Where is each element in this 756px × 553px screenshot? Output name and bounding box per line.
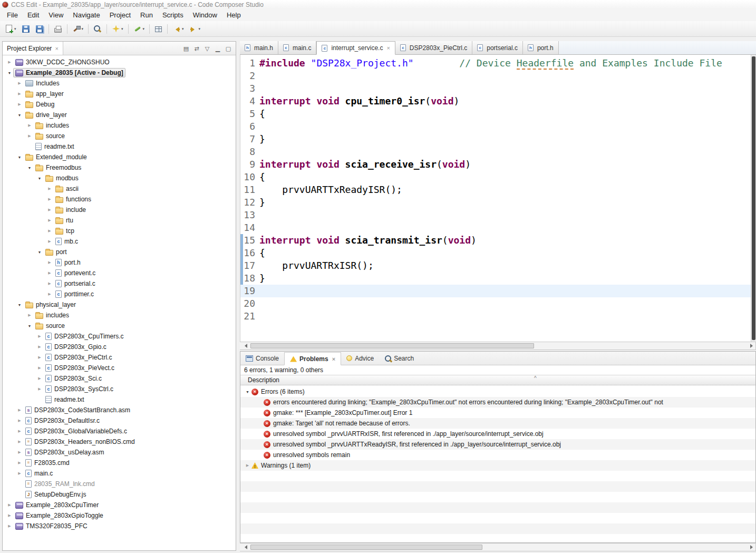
menu-edit[interactable]: Edit [23,9,44,21]
tree-item[interactable]: ▶30KW_DCDC_ZHONGSHUO [3,57,236,67]
tree-expander-icon[interactable]: ▶ [36,345,43,349]
tree-expander-icon[interactable]: ▶ [46,229,53,233]
dropdown-caret-icon[interactable]: ▾ [143,27,145,31]
tree-expander-icon[interactable]: ▶ [46,260,53,265]
tree-item[interactable]: ▶cportevent.c [3,268,236,278]
dropdown-caret-icon[interactable]: ▾ [121,27,123,31]
code-line[interactable]: 13 [240,209,756,221]
tree-item[interactable]: ▶app_layer [3,89,236,99]
scrollbar-thumb[interactable] [752,56,755,340]
maximize-button[interactable]: ▢ [223,43,234,54]
tree-item[interactable]: ▶ascii [3,183,236,194]
tree-item[interactable]: ▶cmain.c [3,468,236,479]
dropdown-caret-icon[interactable]: ▾ [14,27,16,31]
tree-expander-icon[interactable]: ▶ [16,81,23,85]
code-line[interactable]: 19 [240,285,756,297]
tree-item[interactable]: ▶rtu [3,215,236,226]
code-line[interactable]: 15interrupt void scia_transmit_isr(void) [240,234,756,247]
tree-item[interactable]: readme.txt [3,394,236,405]
project-explorer-tab[interactable]: Project Explorer × [3,42,63,55]
code-line[interactable]: 20 [240,297,756,310]
tree-item[interactable]: ▶cDSP2803x_Sci.c [3,373,236,384]
tree-item[interactable]: ▼drive_layer [3,110,236,120]
tree-expander-icon[interactable]: ▶ [46,292,53,296]
tree-expander-icon[interactable]: ▼ [36,177,43,180]
close-icon[interactable]: × [386,45,390,51]
link-with-editor-button[interactable]: ⇄ [191,43,202,54]
tree-item[interactable]: ▼modbus [3,173,236,183]
code-line[interactable]: 7} [240,133,756,145]
tree-item[interactable]: ≡28035_RAM_lnk.cmd [3,479,236,489]
code-line[interactable]: 1#include "DSP28x_Project.h" // Device H… [240,57,756,70]
menu-project[interactable]: Project [105,9,135,21]
tree-item[interactable]: ▼source [3,321,236,331]
code-line[interactable]: 3 [240,82,756,95]
tree-expander-icon[interactable]: ▶ [16,450,23,454]
dropdown-caret-icon[interactable]: ▾ [182,27,184,31]
tree-expander-icon[interactable]: ▶ [46,208,53,212]
print-button[interactable] [52,24,64,34]
tree-expander-icon[interactable]: ▶ [36,387,43,391]
code-line[interactable]: 16{ [240,247,756,259]
tree-item[interactable]: ▼Extended_module [3,152,236,162]
new-button[interactable]: ▾ [3,23,18,34]
forward-button[interactable]: ▾ [187,23,203,35]
menu-window[interactable]: Window [188,9,222,21]
tree-item[interactable]: ▶Example_2803xGpioToggle [3,510,236,521]
save-button[interactable] [20,23,32,35]
code-line[interactable]: 2 [240,70,756,82]
build-button[interactable]: ▾ [70,23,86,35]
tree-expander-icon[interactable]: ▶ [46,218,53,222]
tree-expander-icon[interactable]: ▶ [26,134,33,138]
tree-expander-icon[interactable]: ▶ [6,524,13,528]
problem-item[interactable]: ×unresolved symbols remain [240,450,755,460]
tree-item[interactable]: ▶cportserial.c [3,278,236,289]
tree-expander-icon[interactable]: ▶ [6,503,13,507]
tree-item[interactable]: ▼physical_layer [3,299,236,310]
tree-expander-icon[interactable]: ▶ [6,60,13,64]
scroll-left-arrow-icon[interactable] [240,544,248,551]
bottom-horizontal-scrollbar[interactable] [240,543,756,551]
problem-item[interactable]: ×errors encountered during linking; "Exa… [240,397,755,408]
code-line[interactable]: 11 prvvUARTTxReadyISR(); [240,183,756,196]
editor-tab-main.h[interactable]: hmain.h [240,41,278,54]
tree-expander-icon[interactable]: ▼ [16,156,23,159]
problem-item[interactable]: ×unresolved symbol _prvvUARTTxReadyISR, … [240,439,755,450]
code-line[interactable]: 12} [240,196,756,209]
tree-item[interactable]: ▶cDSP2803x_SysCtrl.c [3,384,236,394]
code-line[interactable]: 10{ [240,171,756,183]
tree-item[interactable]: ▶cmb.c [3,236,236,247]
problem-group-errors[interactable]: ▼×Errors (6 items) [240,386,755,397]
tree-expander-icon[interactable]: ▶ [36,355,43,360]
close-icon[interactable]: × [332,356,335,362]
menu-view[interactable]: View [44,9,68,21]
code-editor[interactable]: 1#include "DSP28x_Project.h" // Device H… [240,55,756,342]
menu-help[interactable]: Help [222,9,246,21]
editor-horizontal-scrollbar[interactable] [240,342,756,350]
tree-item[interactable]: ▼Example_28035 [Active - Debug] [3,67,236,78]
code-line[interactable]: 17 prvvUARTRxISR(); [240,259,756,272]
tree-expander-icon[interactable]: ▼ [16,113,23,117]
tree-expander-icon[interactable]: ▼ [26,324,33,328]
tree-item[interactable]: ▶tcp [3,226,236,236]
menu-scripts[interactable]: Scripts [158,9,188,21]
search-button[interactable] [91,23,104,35]
code-line[interactable]: 14 [240,221,756,234]
tree-item[interactable]: ▶Debug [3,99,236,110]
tree-expander-icon[interactable]: ▶ [16,102,23,106]
menu-run[interactable]: Run [135,9,158,21]
tab-search[interactable]: Search [379,352,419,365]
collapse-all-button[interactable]: ▤ [181,43,191,54]
tree-item[interactable]: ▶cporttimer.c [3,289,236,299]
tree-item[interactable]: ▶functions [3,194,236,205]
code-line[interactable]: 4interrupt void cpu_timer0_isr(void) [240,95,756,108]
minimize-button[interactable]: ▁ [212,43,223,54]
view-menu-button[interactable]: ▽ [202,43,212,54]
problems-column-header[interactable]: Description ^ [240,375,755,385]
close-icon[interactable]: × [55,45,58,52]
tree-item[interactable]: ▶cDSP2803x_CpuTimers.c [3,331,236,342]
tree-expander-icon[interactable]: ▶ [26,313,33,317]
registers-button[interactable] [152,24,164,34]
tree-item[interactable]: ▶cDSP2803x_Gpio.c [3,342,236,352]
tree-item[interactable]: ▶cDSP2803x_DefaultIsr.c [3,415,236,426]
